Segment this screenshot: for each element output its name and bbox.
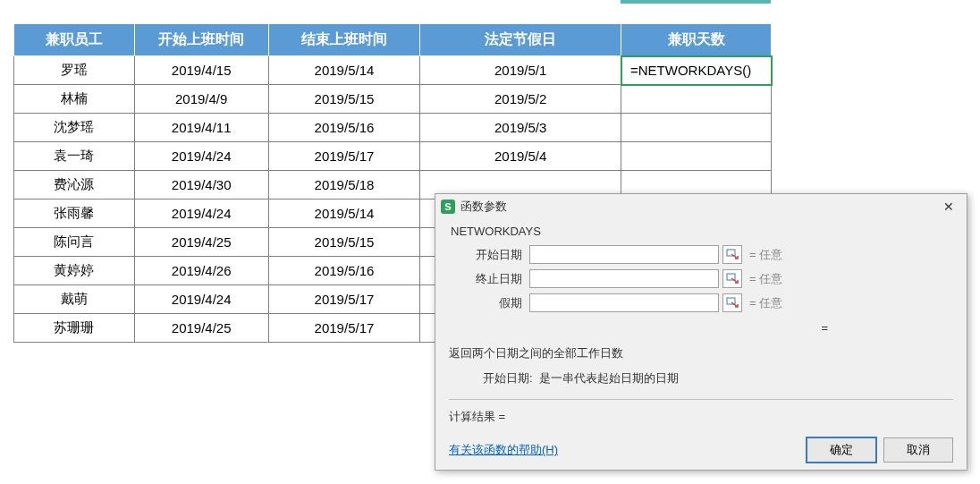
table-row: 袁一琦2019/4/242019/5/172019/5/4 bbox=[14, 142, 772, 171]
cell-holiday[interactable]: 2019/5/4 bbox=[420, 142, 621, 171]
header-start-time[interactable]: 开始上班时间 bbox=[134, 24, 268, 56]
cell-employee[interactable]: 陈问言 bbox=[14, 228, 135, 257]
cell-start-time[interactable]: 2019/4/25 bbox=[134, 228, 268, 257]
ok-button[interactable]: 确定 bbox=[807, 437, 876, 463]
param-label: 终止日期 bbox=[449, 271, 529, 287]
cell-days[interactable] bbox=[621, 85, 772, 114]
header-holiday[interactable]: 法定节假日 bbox=[420, 24, 621, 56]
cell-employee[interactable]: 罗瑶 bbox=[14, 56, 135, 85]
close-icon: ✕ bbox=[943, 200, 954, 214]
cell-start-time[interactable]: 2019/4/15 bbox=[134, 56, 268, 85]
dialog-titlebar[interactable]: S 函数参数 ✕ bbox=[435, 194, 967, 219]
close-button[interactable]: ✕ bbox=[936, 198, 961, 216]
header-end-time[interactable]: 结束上班时间 bbox=[268, 24, 420, 56]
table-row: 林楠2019/4/92019/5/152019/5/2 bbox=[14, 85, 772, 114]
cell-employee[interactable]: 黄婷婷 bbox=[14, 257, 135, 285]
cell-start-time[interactable]: 2019/4/24 bbox=[134, 200, 268, 228]
param-result: = 任意 bbox=[749, 295, 782, 311]
cell-end-time[interactable]: 2019/5/15 bbox=[268, 228, 420, 257]
function-description: 返回两个日期之间的全部工作日数 bbox=[449, 345, 953, 361]
function-name-label: NETWORKDAYS bbox=[451, 225, 953, 238]
cell-employee[interactable]: 袁一琦 bbox=[14, 142, 135, 171]
table-row: 罗瑶2019/4/152019/5/142019/5/1=NETWORKDAYS… bbox=[14, 56, 772, 85]
range-selector-icon bbox=[726, 273, 739, 285]
cell-holiday[interactable]: 2019/5/3 bbox=[420, 114, 621, 142]
cell-end-time[interactable]: 2019/5/17 bbox=[268, 142, 420, 171]
app-icon: S bbox=[441, 200, 455, 214]
cell-end-time[interactable]: 2019/5/16 bbox=[268, 114, 420, 142]
cell-days[interactable]: =NETWORKDAYS() bbox=[621, 56, 772, 85]
cell-end-time[interactable]: 2019/5/14 bbox=[268, 200, 420, 228]
cancel-button[interactable]: 取消 bbox=[883, 437, 953, 463]
range-selector-icon bbox=[726, 297, 739, 310]
column-highlight-indicator bbox=[621, 0, 771, 4]
cell-start-time[interactable]: 2019/4/26 bbox=[134, 257, 268, 285]
cell-end-time[interactable]: 2019/5/15 bbox=[268, 85, 420, 114]
cell-days[interactable] bbox=[621, 142, 772, 171]
cell-end-time[interactable]: 2019/5/17 bbox=[268, 314, 420, 343]
param-input[interactable] bbox=[529, 245, 719, 264]
cell-start-time[interactable]: 2019/4/25 bbox=[134, 314, 268, 343]
cell-end-time[interactable]: 2019/5/17 bbox=[268, 285, 420, 314]
cell-employee[interactable]: 戴萌 bbox=[14, 285, 135, 314]
cell-holiday[interactable]: 2019/5/2 bbox=[420, 85, 621, 114]
cell-start-time[interactable]: 2019/4/30 bbox=[134, 171, 268, 200]
param-label: 开始日期 bbox=[449, 247, 529, 263]
svg-rect-1 bbox=[727, 274, 735, 280]
header-employee[interactable]: 兼职员工 bbox=[14, 24, 135, 56]
function-arguments-dialog: S 函数参数 ✕ NETWORKDAYS 开始日期= 任意终止日期= 任意假期=… bbox=[435, 193, 967, 471]
cell-start-time[interactable]: 2019/4/9 bbox=[134, 85, 268, 114]
param-result: = 任意 bbox=[749, 247, 782, 263]
param-label: 假期 bbox=[449, 295, 529, 311]
param-input[interactable] bbox=[529, 269, 719, 288]
param-row: 开始日期= 任意 bbox=[449, 245, 953, 264]
svg-rect-2 bbox=[727, 298, 735, 304]
range-selector-button[interactable] bbox=[722, 245, 742, 264]
cell-employee[interactable]: 苏珊珊 bbox=[14, 314, 135, 343]
formula-equals-line: = bbox=[449, 321, 953, 335]
param-result: = 任意 bbox=[749, 271, 782, 287]
cell-employee[interactable]: 沈梦瑶 bbox=[14, 114, 135, 142]
cell-employee[interactable]: 张雨馨 bbox=[14, 200, 135, 228]
cell-employee[interactable]: 林楠 bbox=[14, 85, 135, 114]
cell-start-time[interactable]: 2019/4/24 bbox=[134, 142, 268, 171]
param-row: 终止日期= 任意 bbox=[449, 269, 953, 288]
cell-employee[interactable]: 费沁源 bbox=[14, 171, 135, 200]
cell-start-time[interactable]: 2019/4/24 bbox=[134, 285, 268, 314]
svg-rect-0 bbox=[727, 250, 735, 256]
cell-end-time[interactable]: 2019/5/18 bbox=[268, 171, 420, 200]
help-link[interactable]: 有关该函数的帮助(H) bbox=[449, 442, 558, 458]
table-row: 沈梦瑶2019/4/112019/5/162019/5/3 bbox=[14, 114, 772, 142]
table-header-row: 兼职员工 开始上班时间 结束上班时间 法定节假日 兼职天数 bbox=[14, 24, 772, 56]
cell-holiday[interactable]: 2019/5/1 bbox=[420, 56, 621, 85]
cell-end-time[interactable]: 2019/5/14 bbox=[268, 56, 420, 85]
header-days[interactable]: 兼职天数 bbox=[621, 24, 772, 56]
cell-start-time[interactable]: 2019/4/11 bbox=[134, 114, 268, 142]
calculation-result: 计算结果 = bbox=[449, 409, 953, 425]
range-selector-button[interactable] bbox=[722, 269, 742, 288]
parameter-description: 开始日期: 是一串代表起始日期的日期 bbox=[449, 370, 953, 386]
range-selector-button[interactable] bbox=[722, 293, 742, 312]
divider bbox=[449, 399, 953, 400]
range-selector-icon bbox=[726, 249, 739, 261]
cell-end-time[interactable]: 2019/5/16 bbox=[268, 257, 420, 285]
param-row: 假期= 任意 bbox=[449, 293, 953, 312]
cell-days[interactable] bbox=[621, 114, 772, 142]
dialog-title: 函数参数 bbox=[460, 199, 507, 215]
param-input[interactable] bbox=[529, 293, 719, 312]
